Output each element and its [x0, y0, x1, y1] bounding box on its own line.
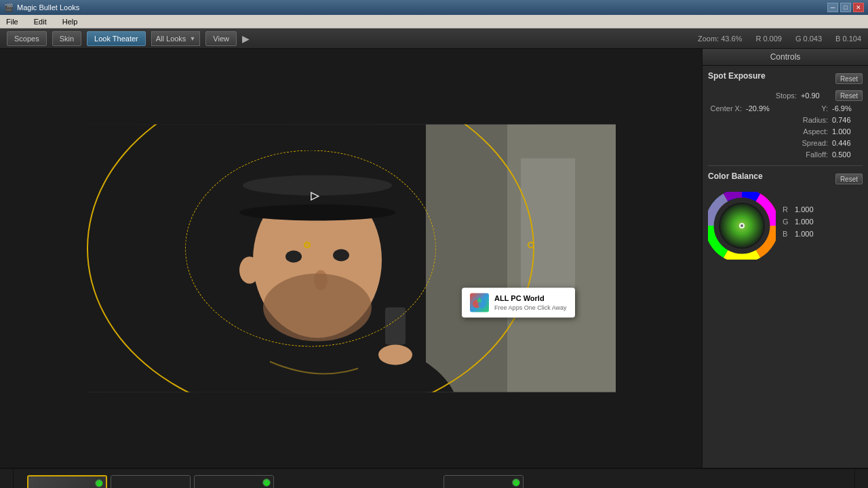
minimize-button[interactable]: ─: [827, 3, 838, 12]
rgb-values: R 1.000 G 1.000 B 1.000: [783, 192, 814, 238]
watermark-text: ALL PC World Free Apps One Click Away: [494, 293, 566, 312]
video-frame: ▷: [87, 125, 616, 392]
r-value: R 0.009: [755, 35, 782, 43]
svg-point-8: [239, 205, 395, 221]
center-x-label: Center X:: [703, 104, 742, 113]
menu-file[interactable]: File: [3, 16, 21, 27]
close-button[interactable]: ✕: [853, 3, 864, 12]
center-y-value: -6.9%: [832, 104, 863, 113]
b-value: 1.000: [795, 230, 814, 238]
color-balance-section: Color Balance Reset: [708, 165, 863, 260]
spot-exposure-icon: S: [28, 476, 106, 488]
video-preview: ▷: [87, 125, 616, 392]
b-row: B 1.000: [783, 230, 814, 238]
center-x-value: -20.9%: [746, 104, 776, 113]
view-button[interactable]: View: [205, 31, 237, 46]
empty-card-gap: [277, 475, 440, 488]
g-label: G: [783, 218, 791, 226]
svg-point-11: [333, 249, 349, 262]
spread-value: 0.446: [832, 139, 863, 147]
spot-exposure-card[interactable]: ⏻ S Spot Exposure: [27, 475, 107, 488]
lens-distortion-card[interactable]: ⏻ Lens Distortion: [443, 475, 524, 488]
spread-label: Spread:: [781, 139, 828, 147]
svg-rect-18: [521, 159, 575, 294]
stops-reset-button[interactable]: Reset: [835, 90, 863, 101]
spread-row: Spread: 0.446: [708, 139, 863, 147]
maximize-button[interactable]: □: [840, 3, 851, 12]
falloff-value: 0.500: [832, 150, 863, 159]
all-looks-label: All Looks: [156, 35, 186, 43]
color-wheel: [708, 192, 776, 260]
watermark-title: ALL PC World: [494, 293, 566, 304]
app-icon: 🎬: [4, 3, 14, 12]
g-value: 1.000: [795, 218, 814, 226]
skin-button[interactable]: Skin: [52, 31, 81, 46]
title-bar-left: 🎬 Magic Bullet Looks: [4, 3, 79, 12]
title-bar-controls: ─ □ ✕: [827, 3, 864, 12]
scopes-button[interactable]: Scopes: [7, 31, 47, 46]
color-balance-title: Color Balance: [708, 171, 763, 181]
stops-value: +0.90: [801, 92, 831, 100]
color-balance-header: Color Balance Reset: [708, 171, 863, 186]
zoom-info: Zoom: 43.6% R 0.009 G 0.043 B 0.104: [698, 35, 861, 43]
svg-point-16: [378, 345, 412, 365]
aspect-label: Aspect:: [781, 127, 828, 136]
center-xy-row: Center X: -20.9% Y: -6.9%: [708, 104, 863, 113]
cosmo-card[interactable]: ⏻ Cosmo: [194, 475, 274, 488]
b-value: B 0.104: [835, 35, 861, 43]
radius-value: 0.746: [832, 116, 863, 124]
controls-content: Spot Exposure Reset Stops: +0.90 Reset C…: [703, 66, 868, 468]
svg-marker-21: [477, 298, 482, 302]
aspect-value: 1.000: [832, 127, 863, 136]
main-layout: ▷: [0, 49, 868, 468]
lens-distortion-power-icon[interactable]: ⏻: [512, 479, 520, 487]
tools-strip: Looks ⏻ S Spot Exposure ⏻: [0, 469, 868, 488]
b-label: B: [783, 230, 791, 238]
svg-point-26: [741, 224, 743, 227]
center-y-label: Y:: [781, 104, 828, 113]
title-bar: 🎬 Magic Bullet Looks ─ □ ✕: [0, 0, 868, 15]
colorista-icon: [111, 476, 190, 488]
radius-label: Radius:: [781, 116, 828, 124]
look-theater-button[interactable]: Look Theater: [87, 31, 146, 46]
zoom-label: Zoom: 43.6%: [698, 35, 742, 43]
r-value: 1.000: [795, 205, 814, 214]
tools-sidebar: Tools: [854, 469, 868, 488]
color-wheel-container: R 1.000 G 1.000 B 1.000: [708, 192, 863, 260]
spot-exposure-reset-button[interactable]: Reset: [835, 73, 863, 84]
watermark-logo: [470, 293, 489, 312]
g-row: G 1.000: [783, 218, 814, 226]
svg-text:▷: ▷: [311, 190, 320, 201]
r-label: R: [783, 205, 791, 214]
r-row: R 1.000: [783, 205, 814, 214]
menu-bar: File Edit Help: [0, 15, 868, 28]
controls-header: Controls: [703, 49, 868, 66]
menu-help[interactable]: Help: [60, 16, 81, 27]
svg-point-13: [263, 274, 372, 342]
lens-distortion-icon: [444, 476, 523, 488]
app-title: Magic Bullet Looks: [17, 3, 79, 12]
preview-area: ▷: [0, 49, 702, 468]
controls-title: Controls: [770, 52, 801, 62]
svg-rect-15: [385, 308, 406, 345]
aspect-row: Aspect: 1.000: [708, 127, 863, 136]
cosmo-icon: [195, 476, 273, 488]
radius-row: Radius: 0.746: [708, 116, 863, 124]
all-looks-dropdown[interactable]: All Looks ▼: [151, 31, 201, 46]
bottom-strip: Looks ⏻ S Spot Exposure ⏻: [0, 468, 868, 488]
falloff-label: Falloff:: [781, 150, 828, 159]
watermark-subtitle: Free Apps One Click Away: [494, 304, 566, 312]
spot-exposure-power-icon[interactable]: ⏻: [95, 479, 103, 487]
svg-point-14: [239, 257, 260, 284]
menu-edit[interactable]: Edit: [31, 16, 50, 27]
g-value: G 0.043: [795, 35, 822, 43]
tool-thumbnails: ⏻ S Spot Exposure ⏻ Colorista 3-Wa: [14, 469, 854, 488]
svg-point-10: [285, 251, 302, 263]
falloff-row: Falloff: 0.500: [708, 150, 863, 159]
cosmo-power-icon[interactable]: ⏻: [262, 479, 271, 487]
color-balance-reset-button[interactable]: Reset: [835, 174, 863, 184]
colorista-card[interactable]: ⏻ Colorista 3-Way: [111, 475, 191, 488]
looks-sidebar: Looks: [0, 469, 14, 488]
play-button[interactable]: ▶: [242, 33, 250, 44]
right-panel: Controls Spot Exposure Reset Stops: +0.9…: [702, 49, 868, 468]
